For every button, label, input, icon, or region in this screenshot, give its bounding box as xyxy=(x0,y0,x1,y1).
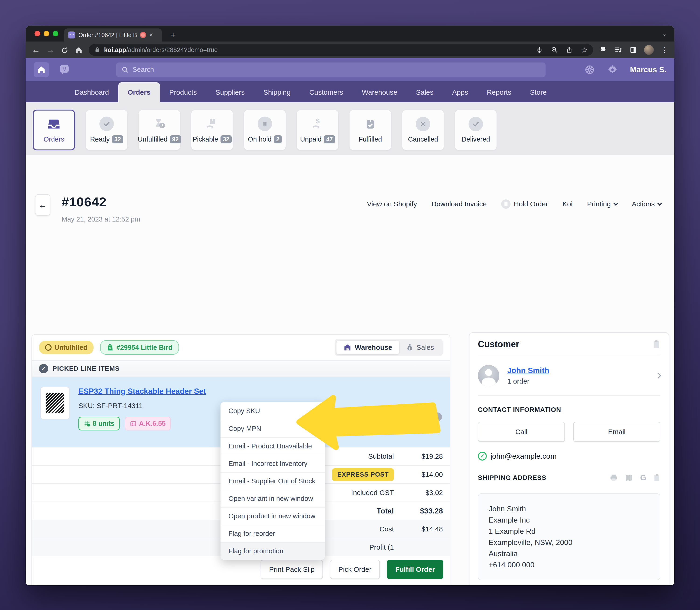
menu-item-flag-for-promotion[interactable]: Flag for promotion xyxy=(220,542,325,560)
filter-orders[interactable]: Orders xyxy=(33,110,75,150)
nav-item-customers[interactable]: Customers xyxy=(300,82,352,102)
share-icon[interactable] xyxy=(566,46,573,53)
user-name[interactable]: Marcus S. xyxy=(630,65,666,74)
printing-dropdown[interactable]: Printing xyxy=(587,200,618,208)
site-favicon xyxy=(68,31,75,38)
playlist-icon[interactable] xyxy=(614,46,623,54)
units-grid-icon xyxy=(84,420,90,427)
customer-email[interactable]: john@example.com xyxy=(491,452,557,461)
nav-item-dashboard[interactable]: Dashboard xyxy=(65,82,118,102)
microphone-icon[interactable] xyxy=(536,46,543,53)
menu-item-email-supplier-out-of-stock[interactable]: Email - Supplier Out of Stock xyxy=(220,472,325,490)
extensions-puzzle-icon[interactable] xyxy=(599,46,607,54)
filter-unpaid[interactable]: $ Unpaid47 xyxy=(296,110,339,150)
view-on-shopify-link[interactable]: View on Shopify xyxy=(367,200,417,208)
back-button[interactable]: ← xyxy=(32,46,40,54)
menu-item-copy-sku[interactable]: Copy SKU xyxy=(220,402,325,420)
menu-item-open-variant[interactable]: Open variant in new window xyxy=(220,490,325,507)
support-chat-icon[interactable] xyxy=(59,64,69,75)
toggle-warehouse[interactable]: Warehouse xyxy=(337,341,399,354)
forward-button[interactable]: → xyxy=(46,46,55,54)
nav-item-suppliers[interactable]: Suppliers xyxy=(206,82,254,102)
filter-cancelled[interactable]: Cancelled xyxy=(402,110,444,150)
fulfill-order-button[interactable]: Fulfill Order xyxy=(387,560,444,579)
browser-profile-avatar[interactable] xyxy=(644,45,654,55)
nav-item-warehouse[interactable]: Warehouse xyxy=(352,82,406,102)
customer-avatar xyxy=(478,365,499,386)
customer-name-link[interactable]: John Smith xyxy=(507,366,549,375)
info-icon[interactable]: i xyxy=(369,413,378,421)
reading-mode-icon[interactable] xyxy=(629,46,637,54)
minimize-window-button[interactable] xyxy=(44,31,49,36)
window-controls[interactable] xyxy=(34,31,58,36)
filter-fulfilled[interactable]: Fulfilled xyxy=(349,110,391,150)
print-address-icon[interactable] xyxy=(609,473,618,482)
contact-information-header: CONTACT INFORMATION xyxy=(478,406,660,414)
browser-tabstrip: Order #10642 | Little Bird E × + ⌄ xyxy=(26,26,674,42)
address-bar[interactable]: koi.app/admin/orders/28524?demo=true ☆ xyxy=(89,44,593,56)
maximize-window-button[interactable] xyxy=(53,31,58,36)
help-wheel-icon[interactable] xyxy=(584,64,595,75)
menu-item-copy-mpn[interactable]: Copy MPN xyxy=(220,420,325,437)
email-button[interactable]: Email xyxy=(573,422,660,442)
nav-item-sales[interactable]: Sales xyxy=(407,82,443,102)
menu-item-email-incorrect-inventory[interactable]: Email - Incorrect Inventory xyxy=(220,455,325,472)
customer-summary-row[interactable]: John Smith 1 order xyxy=(478,356,660,396)
hold-order-link[interactable]: Hold Order xyxy=(501,199,548,209)
nav-item-store[interactable]: Store xyxy=(520,82,556,102)
zoom-search-icon[interactable] xyxy=(551,46,558,53)
browser-tab[interactable]: Order #10642 | Little Bird E × xyxy=(64,29,162,42)
print-pack-slip-button[interactable]: Print Pack Slip xyxy=(261,560,323,579)
tab-close-icon[interactable]: × xyxy=(149,32,153,38)
location-badge: A.K.6.55 xyxy=(125,417,171,431)
shopify-order-badge[interactable]: S #29954 Little Bird xyxy=(100,340,179,355)
new-tab-button[interactable]: + xyxy=(170,30,176,41)
menu-item-email-product-unavailable[interactable]: Email - Product Unavailable xyxy=(220,437,325,455)
actions-dropdown[interactable]: Actions xyxy=(632,200,661,208)
back-to-orders-button[interactable]: ← xyxy=(35,194,50,216)
nav-item-apps[interactable]: Apps xyxy=(443,82,478,102)
clipboard-icon[interactable] xyxy=(652,339,660,349)
warehouse-sales-toggle: Warehouse $ Sales xyxy=(335,339,443,356)
filter-ready[interactable]: Ready32 xyxy=(85,110,128,150)
nav-item-orders[interactable]: Orders xyxy=(118,82,160,102)
bookmark-star-icon[interactable]: ☆ xyxy=(581,46,588,54)
product-thumbnail[interactable] xyxy=(41,387,69,419)
koi-link[interactable]: Koi xyxy=(563,200,573,208)
settings-gear-icon[interactable] xyxy=(607,64,618,75)
count-badge: 92 xyxy=(170,135,181,143)
svg-text:S: S xyxy=(109,346,111,350)
count-badge: 32 xyxy=(112,135,123,143)
tab-search-chevron-icon[interactable]: ⌄ xyxy=(662,30,667,37)
pick-order-button[interactable]: Pick Order xyxy=(330,560,380,579)
filter-unfulfilled[interactable]: Unfulfilled92 xyxy=(138,110,181,150)
filter-pickable[interactable]: Pickable32 xyxy=(191,110,233,150)
filter-delivered[interactable]: Delivered xyxy=(454,110,497,150)
copy-address-icon[interactable] xyxy=(653,473,660,482)
lock-icon xyxy=(94,47,100,53)
info-icon[interactable]: i xyxy=(433,413,442,421)
app-home-button[interactable] xyxy=(34,62,49,77)
call-button[interactable]: Call xyxy=(478,422,565,442)
app-search-input[interactable]: Search xyxy=(116,63,546,77)
filter-on-hold[interactable]: On hold2 xyxy=(244,110,286,150)
nav-item-products[interactable]: Products xyxy=(160,82,206,102)
close-window-button[interactable] xyxy=(34,31,40,36)
nav-item-shipping[interactable]: Shipping xyxy=(254,82,300,102)
reload-button[interactable] xyxy=(61,46,68,54)
hold-icon xyxy=(501,199,511,209)
nav-item-reports[interactable]: Reports xyxy=(478,82,520,102)
product-title-link[interactable]: ESP32 Thing Stackable Header Set xyxy=(78,387,206,396)
browser-menu-icon[interactable]: ⋮ xyxy=(661,46,668,54)
customer-panel-title: Customer xyxy=(478,339,519,349)
menu-item-flag-for-reorder[interactable]: Flag for reorder xyxy=(220,525,325,542)
verified-check-icon: ✓ xyxy=(478,452,487,461)
chevron-down-icon xyxy=(657,201,662,206)
home-button[interactable] xyxy=(75,46,82,54)
toggle-sales[interactable]: $ Sales xyxy=(399,341,441,354)
download-invoice-link[interactable]: Download Invoice xyxy=(432,200,487,208)
google-maps-icon[interactable]: G xyxy=(640,473,646,482)
map-icon[interactable] xyxy=(625,473,633,482)
menu-item-open-product[interactable]: Open product in new window xyxy=(220,507,325,525)
count-badge: 32 xyxy=(220,135,232,143)
